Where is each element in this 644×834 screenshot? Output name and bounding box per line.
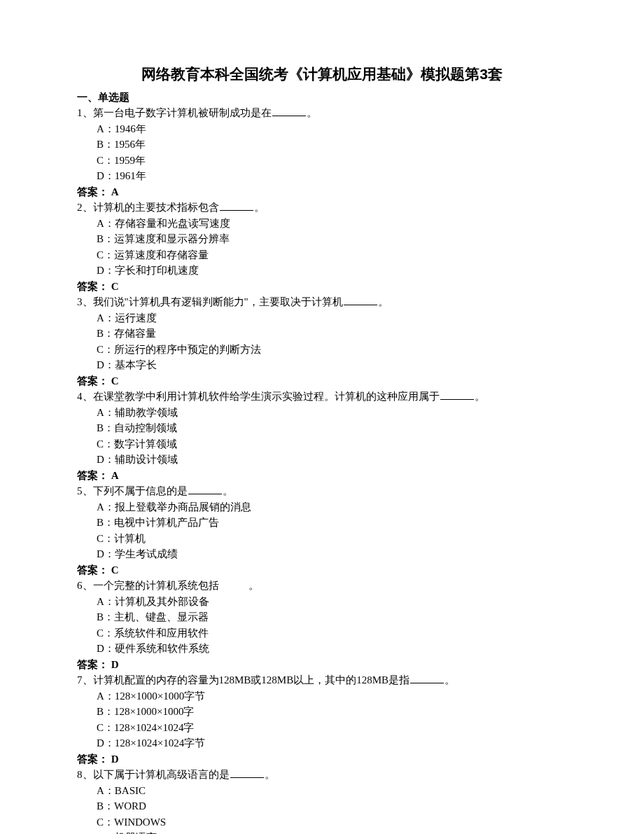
- option-text: 存储容量: [114, 328, 156, 339]
- option-row: B：1956年: [77, 137, 567, 153]
- option-label: C：: [97, 627, 114, 639]
- question-number: 2、: [77, 202, 93, 213]
- option-label: B：: [97, 706, 114, 717]
- option-label: C：: [97, 816, 114, 828]
- question-text-post: 。: [265, 769, 275, 780]
- option-text: 计算机及其外部设备: [115, 596, 209, 607]
- option-row: D：基本字长: [77, 357, 567, 373]
- page-title: 网络教育本科全国统考《计算机应用基础》模拟题第3套: [77, 63, 567, 85]
- option-label: B：: [97, 800, 114, 812]
- option-label: B：: [97, 233, 114, 244]
- question-number: 1、: [77, 107, 93, 118]
- question-text-post: 。: [444, 674, 455, 686]
- option-row: B：自动控制领域: [77, 420, 567, 436]
- option-text: 存储容量和光盘读写速度: [115, 218, 230, 229]
- option-label: D：: [97, 548, 115, 560]
- option-row: A：辅助教学领域: [77, 405, 567, 421]
- fill-blank: [188, 485, 222, 495]
- option-row: A：存储容量和光盘读写速度: [77, 216, 567, 232]
- option-label: B：: [97, 328, 114, 339]
- option-label: D：: [97, 170, 115, 181]
- option-label: D：: [97, 265, 115, 276]
- option-text: 计算机: [114, 533, 146, 544]
- question-number: 5、: [77, 485, 93, 496]
- option-label: C：: [97, 438, 114, 450]
- option-text: 运算速度和存储容量: [114, 249, 209, 260]
- question-number: 7、: [77, 674, 93, 686]
- option-label: B：: [97, 139, 114, 150]
- answer-value: D: [111, 659, 119, 670]
- fill-blank: [344, 296, 377, 306]
- option-text: WORD: [114, 800, 146, 812]
- option-text: 字长和打印机速度: [115, 265, 199, 276]
- option-label: C：: [97, 344, 114, 355]
- answer-value: D: [111, 753, 119, 765]
- option-label: D：: [97, 737, 115, 749]
- option-label: A：: [97, 218, 115, 229]
- answer-label: 答案：: [77, 564, 108, 576]
- fill-blank: [410, 674, 444, 684]
- option-label: A：: [97, 407, 115, 418]
- option-label: A：: [97, 123, 115, 134]
- fill-blank: [220, 201, 253, 211]
- answer-value: A: [111, 470, 119, 481]
- option-label: C：: [97, 722, 114, 733]
- question-number: 3、: [77, 296, 93, 307]
- answer-label: 答案：: [77, 375, 108, 387]
- fill-blank: [440, 390, 474, 401]
- fill-blank: [220, 580, 248, 590]
- option-text: 1961年: [115, 170, 146, 181]
- answer-line: 答案： D: [77, 751, 567, 767]
- option-label: C：: [97, 533, 114, 544]
- option-label: B：: [97, 611, 114, 623]
- answer-line: 答案： A: [77, 468, 567, 484]
- option-text: 数字计算领域: [114, 438, 177, 450]
- answer-value: A: [111, 186, 119, 197]
- answer-label: 答案：: [77, 753, 108, 765]
- option-row: C：计算机: [77, 531, 567, 547]
- question-text-post: 。: [254, 202, 265, 213]
- question-text-pre: 计算机配置的内存的容量为128MB或128MB以上，其中的128MB是指: [93, 674, 410, 686]
- option-row: C：系统软件和应用软件: [77, 625, 567, 641]
- question-number: 8、: [77, 769, 93, 780]
- answer-value: C: [111, 375, 119, 387]
- answer-label: 答案：: [77, 281, 108, 292]
- question-text-pre: 以下属于计算机高级语言的是: [93, 769, 230, 780]
- option-text: 辅助设计领域: [115, 454, 178, 465]
- option-text: 基本字长: [115, 359, 157, 370]
- question-text-post: 。: [475, 391, 485, 402]
- option-text: 128×1024×1024字: [114, 722, 194, 733]
- questions-container: 1、第一台电子数字计算机被研制成功是在。A：1946年B：1956年C：1959…: [77, 105, 567, 834]
- question-text-pre: 计算机的主要技术指标包含: [93, 202, 219, 213]
- question-stem: 2、计算机的主要技术指标包含。: [77, 200, 567, 216]
- option-label: D：: [97, 454, 115, 465]
- option-row: C：128×1024×1024字: [77, 720, 567, 736]
- option-row: D：学生考试成绩: [77, 546, 567, 562]
- option-row: A：1946年: [77, 121, 567, 137]
- option-row: A：运行速度: [77, 310, 567, 326]
- option-row: D：1961年: [77, 168, 567, 184]
- question-text-post: 。: [248, 580, 259, 591]
- option-text: 运算速度和显示器分辨率: [114, 233, 230, 244]
- option-row: D：机器语言: [77, 830, 567, 834]
- question-number: 6、: [77, 580, 93, 591]
- option-label: D：: [97, 643, 115, 654]
- option-row: D：128×1024×1024字节: [77, 735, 567, 751]
- option-text: 系统软件和应用软件: [114, 627, 209, 639]
- question-text-pre: 一个完整的计算机系统包括: [93, 580, 219, 591]
- answer-line: 答案： C: [77, 279, 567, 295]
- question-stem: 6、一个完整的计算机系统包括。: [77, 578, 567, 594]
- answer-line: 答案： D: [77, 657, 567, 673]
- question-stem: 5、下列不属于信息的是。: [77, 483, 567, 499]
- option-row: C：所运行的程序中预定的判断方法: [77, 342, 567, 358]
- option-row: B：128×1000×1000字: [77, 704, 567, 720]
- option-text: 学生考试成绩: [115, 548, 178, 560]
- option-text: 自动控制领域: [114, 422, 177, 433]
- option-label: C：: [97, 155, 114, 166]
- fill-blank: [230, 768, 264, 779]
- option-text: 电视中计算机产品广告: [114, 517, 219, 528]
- option-row: D：字长和打印机速度: [77, 263, 567, 279]
- question-text-pre: 下列不属于信息的是: [93, 485, 188, 496]
- option-row: D：硬件系统和软件系统: [77, 641, 567, 657]
- option-text: 所运行的程序中预定的判断方法: [114, 344, 261, 355]
